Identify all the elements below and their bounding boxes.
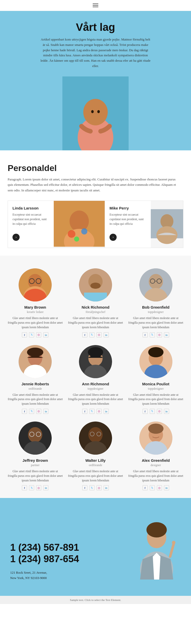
- facebook-icon[interactable]: f: [143, 409, 148, 414]
- facebook-icon[interactable]: f: [22, 332, 27, 337]
- avatar-4: [79, 345, 112, 378]
- member-bio: Glav amet rtinil libero molestie ante ut…: [128, 469, 183, 483]
- card-linda-arrow[interactable]: ›: [12, 234, 20, 241]
- contact-address-line1: 121 Rock Sreet, 21 Avenue,: [10, 571, 47, 574]
- social-links: f 𝕏 ◎ in: [82, 485, 109, 490]
- facebook-icon[interactable]: f: [22, 409, 27, 414]
- personaldel-description: Paragraph. Lorem ipsum dolor sit amet, c…: [8, 177, 181, 193]
- facebook-icon[interactable]: f: [82, 485, 87, 490]
- avatar-7: [79, 422, 112, 455]
- contact-address: 121 Rock Sreet, 21 Avenue, New York, NY …: [10, 570, 79, 581]
- member-name: Mary Brown: [24, 305, 46, 309]
- twitter-icon[interactable]: 𝕏: [29, 485, 34, 490]
- social-links: f 𝕏 ◎ in: [22, 409, 48, 414]
- member-name: Bob Greenfield: [142, 305, 170, 309]
- sample-text[interactable]: Sample text. Click to select the Text El…: [0, 596, 191, 604]
- instagram-icon[interactable]: ◎: [97, 332, 102, 337]
- contact-phone1: 1 (234) 567-891: [10, 542, 79, 553]
- social-links: f 𝕏 ◎ in: [143, 485, 169, 490]
- social-links: f 𝕏 ◎ in: [22, 485, 48, 490]
- team-member-nick-richmond: Nick Richmond försäljningschef Glav amet…: [68, 268, 123, 337]
- instagram-icon[interactable]: ◎: [97, 485, 102, 490]
- hamburger-icon[interactable]: [93, 4, 98, 7]
- instagram-icon[interactable]: ◎: [36, 409, 41, 414]
- card-linda: Linda Larsson Excepteur sint occaecat cu…: [8, 201, 54, 248]
- member-bio: Glav amet rtinil libero molestie ante ut…: [8, 393, 63, 406]
- avatar-1: [79, 268, 112, 301]
- instagram-icon[interactable]: ◎: [36, 332, 41, 337]
- member-role: ordförande: [89, 463, 102, 467]
- team-member-bob-greenfield: Bob Greenfield toppdesigner Glav amet rt…: [128, 268, 183, 337]
- svg-point-14: [156, 226, 178, 244]
- svg-point-2: [83, 99, 108, 125]
- member-name: Jennie Roberts: [21, 382, 49, 386]
- twitter-icon[interactable]: 𝕏: [150, 409, 155, 414]
- contact-address-line2: New York, NY 92103-9000: [10, 576, 47, 580]
- facebook-icon[interactable]: f: [82, 332, 87, 337]
- member-role: ordförande: [29, 387, 42, 391]
- instagram-icon[interactable]: ◎: [157, 409, 162, 414]
- svg-point-25: [90, 283, 101, 289]
- linkedin-icon[interactable]: in: [43, 409, 48, 414]
- instagram-icon[interactable]: ◎: [36, 485, 41, 490]
- member-role: toppdesigner: [88, 387, 103, 391]
- linkedin-icon[interactable]: in: [164, 409, 169, 414]
- svg-point-28: [149, 274, 163, 289]
- avatar-8: [139, 422, 172, 455]
- twitter-icon[interactable]: 𝕏: [150, 332, 155, 337]
- svg-point-46: [28, 427, 42, 442]
- linkedin-icon[interactable]: in: [104, 332, 109, 337]
- team-member-mary-brown: Mary Brown kreativ ledare Glav amet rtin…: [8, 268, 63, 337]
- twitter-icon[interactable]: 𝕏: [89, 485, 94, 490]
- svg-point-3: [91, 110, 94, 113]
- member-role: kreativ ledare: [27, 310, 44, 314]
- personaldel-heading: Personaldel: [8, 163, 183, 173]
- linkedin-icon[interactable]: in: [43, 485, 48, 490]
- svg-point-11: [74, 236, 79, 242]
- svg-point-36: [27, 348, 43, 357]
- card-mike-arrow[interactable]: ›: [110, 234, 117, 241]
- twitter-icon[interactable]: 𝕏: [89, 332, 94, 337]
- facebook-icon[interactable]: f: [143, 485, 148, 490]
- twitter-icon[interactable]: 𝕏: [150, 485, 155, 490]
- member-bio: Glav amet rtinil libero molestie ante ut…: [8, 469, 63, 483]
- linkedin-icon[interactable]: in: [104, 409, 109, 414]
- svg-point-58: [148, 424, 163, 434]
- svg-point-44: [148, 347, 163, 357]
- navbar: [0, 0, 191, 11]
- twitter-icon[interactable]: 𝕏: [89, 409, 94, 414]
- avatar-6: [19, 422, 52, 455]
- member-bio: Glav amet rtinil libero molestie ante ut…: [68, 469, 123, 483]
- facebook-icon[interactable]: f: [22, 485, 27, 490]
- member-bio: Glav amet rtinil libero molestie ante ut…: [128, 316, 183, 330]
- facebook-icon[interactable]: f: [82, 409, 87, 414]
- member-name: Alex Greenfield: [142, 458, 170, 463]
- linkedin-icon[interactable]: in: [164, 332, 169, 337]
- instagram-icon[interactable]: ◎: [97, 409, 102, 414]
- member-bio: Glav amet rtinil libero molestie ante ut…: [8, 316, 63, 330]
- contact-section: 1 (234) 567-891 1 (234) 987-654 121 Rock…: [0, 498, 191, 596]
- svg-point-10: [81, 228, 87, 234]
- linkedin-icon[interactable]: in: [164, 485, 169, 490]
- instagram-icon[interactable]: ◎: [157, 332, 162, 337]
- member-role: toppdesigner: [148, 387, 164, 391]
- member-role: toppdesigner: [148, 310, 164, 314]
- svg-rect-26: [84, 293, 107, 301]
- social-links: f 𝕏 ◎ in: [143, 409, 169, 414]
- contact-phones: 1 (234) 567-891 1 (234) 987-654: [10, 542, 79, 565]
- member-role: designer: [151, 463, 161, 467]
- svg-point-7: [70, 211, 89, 232]
- card-mike: Mike Perry Excepteur sint occaecat cupid…: [105, 201, 151, 248]
- twitter-icon[interactable]: 𝕏: [29, 409, 34, 414]
- card-linda-desc: Excepteur sint occaecat cupidatat non pr…: [12, 212, 49, 226]
- facebook-icon[interactable]: f: [143, 332, 148, 337]
- linkedin-icon[interactable]: in: [104, 485, 109, 490]
- team-member-ann-richmond: Ann Richmond toppdesigner Glav amet rtin…: [68, 345, 123, 414]
- linkedin-icon[interactable]: in: [43, 332, 48, 337]
- twitter-icon[interactable]: 𝕏: [29, 332, 34, 337]
- member-bio: Glav amet rtinil libero molestie ante ut…: [68, 393, 123, 406]
- svg-point-9: [68, 230, 75, 238]
- social-links: f 𝕏 ◎ in: [82, 409, 109, 414]
- contact-info: 1 (234) 567-891 1 (234) 987-654 121 Rock…: [10, 542, 79, 581]
- instagram-icon[interactable]: ◎: [157, 485, 162, 490]
